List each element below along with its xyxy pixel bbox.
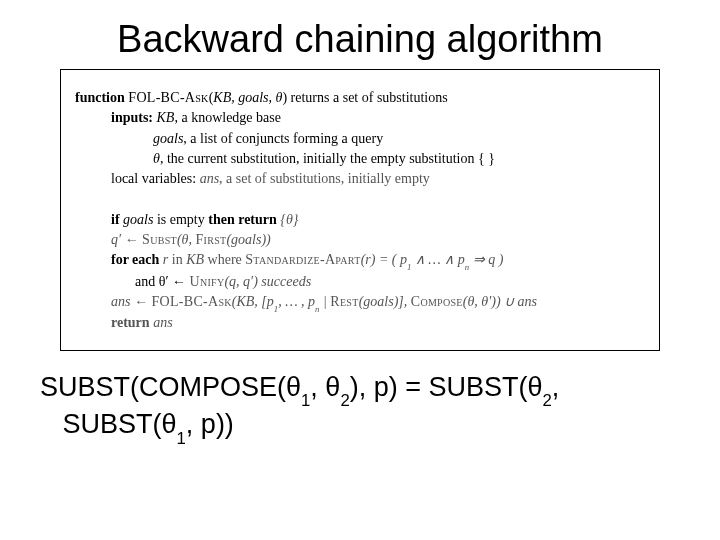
slide: Backward chaining algorithm function FOL… — [0, 0, 720, 540]
alg-line-function: function FOL-BC-Ask(KB, goals, θ) return… — [75, 88, 645, 108]
alg-line-inputs-goals: goals, a list of conjuncts forming a que… — [75, 129, 645, 149]
alg-line-qprime: q′ ← Subst(θ, First(goals)) — [75, 230, 645, 250]
alg-line-local-vars: local variables: ans, a set of substitut… — [75, 169, 645, 189]
alg-line-inputs-theta: θ, the current substitution, initially t… — [75, 149, 645, 169]
subst-equation: SUBST(COMPOSE(θ1, θ2), p) = SUBST(θ2, SU… — [40, 371, 680, 446]
slide-title: Backward chaining algorithm — [40, 18, 680, 61]
alg-line-inputs-kb: inputs: KB, a knowledge base — [75, 108, 645, 128]
alg-line-return: return ans — [75, 313, 645, 333]
alg-line-recurse: ans ← FOL-BC-Ask(KB, [p1, … , pn | Rest(… — [75, 292, 645, 313]
alg-line-foreach: for each r in KB where Standardize-Apart… — [75, 250, 645, 271]
alg-line-if-empty: if goals is empty then return {θ} — [75, 210, 645, 230]
alg-line-unify: and θ′ ← Unify(q, q′) succeeds — [75, 272, 645, 292]
algorithm-box: function FOL-BC-Ask(KB, goals, θ) return… — [60, 69, 660, 351]
